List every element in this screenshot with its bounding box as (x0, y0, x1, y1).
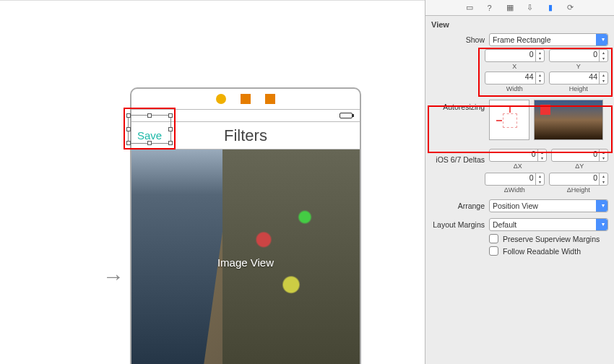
x-label: X (485, 62, 545, 70)
preserve-margins-label: Preserve Superview Margins (503, 235, 600, 243)
image-view-label: Image View (217, 256, 274, 269)
dy-field[interactable]: 0▴▾ (551, 149, 609, 162)
segue-arrow-icon: → (103, 264, 124, 289)
arrange-label: Arrange (431, 202, 485, 210)
stepper[interactable]: ▴▾ (535, 72, 544, 84)
autoresizing-label: Autoresizing (431, 100, 485, 111)
show-select[interactable]: Frame Rectangle▾ (489, 33, 608, 46)
preserve-margins-checkbox[interactable] (489, 234, 498, 243)
width-label: Width (485, 84, 545, 92)
battery-icon (340, 113, 353, 118)
dwidth-field[interactable]: 0▴▾ (485, 173, 545, 186)
show-label: Show (431, 35, 485, 44)
margins-label: Layout Margins (431, 220, 485, 229)
scene-icons-row (131, 89, 360, 109)
size-inspector-icon[interactable]: ▮ (545, 3, 555, 13)
nav-title: Filters (224, 126, 267, 145)
connections-inspector-icon[interactable]: ⟳ (566, 3, 576, 13)
file-inspector-icon[interactable]: ▭ (464, 3, 475, 13)
height-label: Height (549, 84, 609, 92)
dheight-field[interactable]: 0▴▾ (549, 173, 609, 186)
autoresizing-preview (534, 100, 603, 140)
follow-readable-checkbox[interactable] (489, 246, 498, 256)
y-label: Y (549, 62, 609, 70)
stepper[interactable]: ▴▾ (599, 50, 607, 61)
scene-icon (216, 94, 226, 104)
stepper[interactable]: ▴▾ (599, 72, 607, 84)
stepper[interactable]: ▴▾ (535, 50, 544, 61)
height-field[interactable]: 44▴▾ (549, 72, 609, 84)
width-field[interactable]: 44▴▾ (485, 72, 545, 84)
margins-select[interactable]: Default▾ (489, 218, 608, 231)
scene-icon (241, 94, 251, 104)
attributes-inspector-icon[interactable]: ⇩ (525, 3, 535, 13)
help-inspector-icon[interactable]: ? (485, 3, 495, 13)
image-view[interactable]: Image View (131, 150, 360, 364)
arrange-select[interactable]: Position View▾ (489, 199, 608, 212)
y-field[interactable]: 0▴▾ (549, 49, 609, 62)
identity-inspector-icon[interactable]: ▦ (505, 3, 515, 13)
scene-icon (265, 94, 275, 104)
section-title: View (425, 16, 614, 32)
canvas-area[interactable]: Save Filters Image View → (0, 0, 425, 364)
dx-field[interactable]: 0▴▾ (489, 149, 547, 162)
follow-readable-label: Follow Readable Width (503, 247, 581, 256)
deltas-label: iOS 6/7 Deltas (431, 155, 485, 164)
x-field[interactable]: 0▴▾ (485, 49, 545, 62)
autoresizing-control[interactable] (489, 100, 529, 140)
size-inspector: ▭ ? ▦ ⇩ ▮ ⟳ View Show Frame Rectangle▾ 0… (425, 0, 614, 364)
inspector-tabbar[interactable]: ▭ ? ▦ ⇩ ▮ ⟳ (425, 0, 614, 16)
annotation-highlight (124, 108, 176, 150)
